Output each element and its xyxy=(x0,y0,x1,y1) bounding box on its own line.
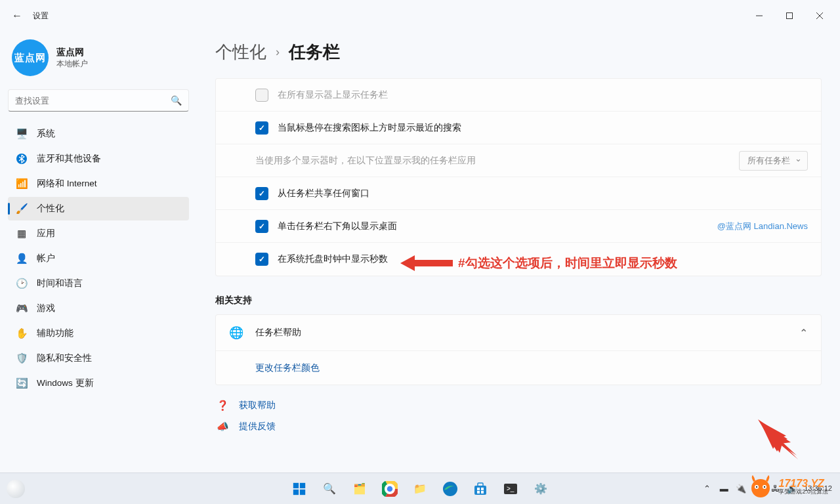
nav-item-8[interactable]: ✋辅助功能 xyxy=(8,322,189,345)
setting-row-1[interactable]: 当鼠标悬停在搜索图标上方时显示最近的搜索 xyxy=(216,112,821,144)
profile-name: 蓝点网 xyxy=(56,47,88,58)
side-panel: 蓝点网 蓝点网 本地帐户 🔍 🖥️系统蓝牙和其他设备📶网络和 Internet🖌… xyxy=(0,32,197,472)
setting-label: 从任务栏共享任何窗口 xyxy=(278,188,369,200)
nav-item-0[interactable]: 🖥️系统 xyxy=(8,122,189,146)
widgets-button[interactable] xyxy=(3,476,29,502)
main-content: 个性化 › 任务栏 在所有显示器上显示任务栏当鼠标悬停在搜索图标上方时显示最近的… xyxy=(197,32,840,472)
nav-item-1[interactable]: 蓝牙和其他设备 xyxy=(8,147,189,171)
nav-icon: ✋ xyxy=(16,327,28,339)
related-card: 🌐 任务栏帮助 ⌃ 更改任务栏颜色 xyxy=(215,314,822,385)
change-taskbar-color-link[interactable]: 更改任务栏颜色 xyxy=(255,363,320,373)
setting-row-4[interactable]: 单击任务栏右下角以显示桌面@蓝点网 Landian.News xyxy=(216,210,821,243)
nav-item-5[interactable]: 👤帐户 xyxy=(8,247,189,270)
dropdown: 所有任务栏 xyxy=(739,151,808,171)
setting-label: 在所有显示器上显示任务栏 xyxy=(278,89,388,101)
svg-rect-12 xyxy=(300,489,305,494)
task-view-button[interactable]: 🗂️ xyxy=(346,476,373,502)
help-icon: ❓ xyxy=(217,400,228,411)
svg-point-28 xyxy=(751,479,770,497)
svg-rect-24 xyxy=(477,491,480,494)
nav-label: 时间和语言 xyxy=(37,278,83,289)
close-button[interactable] xyxy=(805,5,835,26)
nav-icon: 🕑 xyxy=(16,278,28,289)
checkbox[interactable] xyxy=(255,187,268,200)
search-box[interactable]: 🔍 xyxy=(8,89,189,112)
terminal-icon[interactable]: >_ xyxy=(497,476,524,502)
window-controls xyxy=(744,5,835,26)
window-title: 设置 xyxy=(33,10,49,22)
explorer-icon[interactable]: 📁 xyxy=(407,476,433,502)
taskbar-center: 🔍 🗂️ 📁 >_ ⚙️ xyxy=(286,476,554,502)
nav-label: Windows 更新 xyxy=(37,377,94,389)
nav-item-6[interactable]: 🕑时间和语言 xyxy=(8,272,189,295)
chrome-icon[interactable] xyxy=(377,476,403,502)
nav-icon: 🛡️ xyxy=(16,352,28,364)
nav-label: 帐户 xyxy=(37,253,55,264)
store-icon[interactable] xyxy=(467,476,494,502)
start-button[interactable] xyxy=(286,476,312,502)
avatar: 蓝点网 xyxy=(12,39,49,76)
nav-item-3[interactable]: 🖌️个性化 xyxy=(8,197,189,220)
svg-point-31 xyxy=(756,486,757,488)
feedback-link[interactable]: 📣 提供反馈 xyxy=(217,421,822,432)
setting-label: 在系统托盘时钟中显示秒数 xyxy=(278,253,388,265)
nav-icon: 👤 xyxy=(16,253,28,264)
title-bar: ← 设置 xyxy=(0,0,840,32)
search-icon: 🔍 xyxy=(171,95,182,106)
watermark-text: @蓝点网 Landian.News xyxy=(717,220,808,232)
profile-subtitle: 本地帐户 xyxy=(56,58,88,70)
nav-icon: 📶 xyxy=(16,178,28,190)
maximize-button[interactable] xyxy=(774,5,805,26)
nav-item-2[interactable]: 📶网络和 Internet xyxy=(8,172,189,196)
back-button[interactable]: ← xyxy=(5,4,29,28)
setting-row-3[interactable]: 从任务栏共享任何窗口 xyxy=(216,177,821,210)
get-help-label: 获取帮助 xyxy=(239,400,276,411)
checkbox[interactable] xyxy=(255,220,268,233)
checkbox[interactable] xyxy=(255,253,268,266)
nav-icon: 🖥️ xyxy=(16,128,28,140)
setting-row-2: 当使用多个显示器时，在以下位置显示我的任务栏应用所有任务栏 xyxy=(216,144,821,177)
brand-sub: 享受游戏2.0点算法 xyxy=(778,489,828,495)
taskbar[interactable]: 🔍 🗂️ 📁 >_ ⚙️ ⌃ ▬ 🔌 🛡️ 🖧 🔊 13:36:12 xyxy=(0,472,840,504)
settings-icon[interactable]: ⚙️ xyxy=(528,476,554,502)
profile[interactable]: 蓝点网 蓝点网 本地帐户 xyxy=(8,32,189,89)
svg-rect-25 xyxy=(481,491,484,494)
search-input[interactable] xyxy=(15,96,171,106)
usb-icon[interactable]: 🔌 xyxy=(736,484,746,494)
minimize-button[interactable] xyxy=(744,5,774,26)
taskbar-help-expander[interactable]: 🌐 任务栏帮助 ⌃ xyxy=(216,315,821,351)
svg-rect-10 xyxy=(300,482,305,488)
weather-icon xyxy=(7,480,25,498)
setting-row-5[interactable]: 在系统托盘时钟中显示秒数 xyxy=(216,243,821,276)
brand-watermark: 17173.YZ 享受游戏2.0点算法 xyxy=(747,472,828,500)
help-section: ❓ 获取帮助 📣 提供反馈 xyxy=(215,400,822,432)
breadcrumb: 个性化 › 任务栏 xyxy=(215,32,822,78)
nav-icon: 🖌️ xyxy=(16,203,28,215)
svg-point-32 xyxy=(764,486,765,488)
search-button[interactable]: 🔍 xyxy=(316,476,343,502)
setting-label: 单击任务栏右下角以显示桌面 xyxy=(278,220,397,232)
checkbox[interactable] xyxy=(255,121,268,135)
nav-item-9[interactable]: 🛡️隐私和安全性 xyxy=(8,346,189,370)
nav-item-4[interactable]: ▦应用 xyxy=(8,222,189,245)
breadcrumb-parent[interactable]: 个性化 xyxy=(215,41,266,64)
nav-item-7[interactable]: 🎮游戏 xyxy=(8,297,189,320)
svg-rect-11 xyxy=(293,489,299,494)
nav-item-10[interactable]: 🔄Windows 更新 xyxy=(8,371,189,395)
svg-rect-23 xyxy=(481,488,484,490)
edge-icon[interactable] xyxy=(437,476,463,502)
checkbox xyxy=(255,89,268,102)
settings-card: 在所有显示器上显示任务栏当鼠标悬停在搜索图标上方时显示最近的搜索当使用多个显示器… xyxy=(215,78,822,276)
setting-label: 当鼠标悬停在搜索图标上方时显示最近的搜索 xyxy=(278,122,461,134)
setting-label: 当使用多个显示器时，在以下位置显示我的任务栏应用 xyxy=(255,155,476,167)
tray-app-icon[interactable]: ▬ xyxy=(719,484,729,494)
svg-rect-20 xyxy=(474,486,486,495)
brand-name: 17173.YZ xyxy=(778,478,828,489)
nav-icon: 🔄 xyxy=(16,377,28,389)
nav-icon xyxy=(16,153,28,165)
feedback-icon: 📣 xyxy=(217,421,228,432)
get-help-link[interactable]: ❓ 获取帮助 xyxy=(217,400,822,411)
nav-list: 🖥️系统蓝牙和其他设备📶网络和 Internet🖌️个性化▦应用👤帐户🕑时间和语… xyxy=(8,122,189,395)
nav-label: 隐私和安全性 xyxy=(37,352,92,364)
tray-overflow-icon[interactable]: ⌃ xyxy=(702,484,712,494)
